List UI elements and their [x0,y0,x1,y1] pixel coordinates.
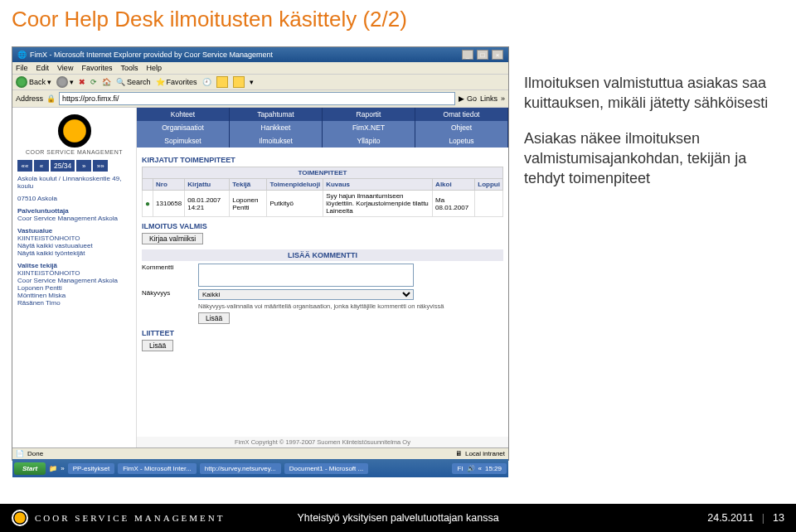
nav-fimxnet[interactable]: FimX.NET [323,121,415,134]
kirjaa-valmiiksi-button[interactable]: Kirjaa valmiiksi [142,233,203,244]
slide-footer: COOR SERVICE MANAGEMENT Yhteistyö yksity… [0,504,796,532]
link-show-areas[interactable]: Näytä kaikki vastuualueet [17,242,131,249]
close-button[interactable]: × [492,50,503,60]
area-value: KIINTEISTÖNHOITO [17,235,131,242]
nav-organisaatiot[interactable]: Organisaatiot [137,121,230,134]
footer-center: Yhteistyö yksityisen palvelutuottajan ka… [297,512,498,524]
select-worker-value: KIINTEISTÖNHOITO [17,269,131,277]
menu-file[interactable]: File [16,64,28,72]
back-button[interactable]: Back ▾ [16,76,51,88]
nav-raportit[interactable]: Raportit [323,108,415,121]
slide-title: Coor Help Desk ilmoitusten käsittely (2/… [0,0,796,44]
toolbar-more[interactable]: ▾ [250,78,254,86]
table-row[interactable]: ● 1310658 08.01.2007 14:21 Loponen Pentt… [143,191,503,217]
status-dot-icon: ● [145,199,150,208]
menu-tools[interactable]: Tools [120,64,138,72]
minimize-button[interactable]: _ [462,50,473,60]
coor-logo [58,114,91,148]
quicklaunch-icon[interactable]: 📁 [49,465,57,472]
nav-hankkeet[interactable]: Hankkeet [230,121,323,134]
nav-tapahtumat[interactable]: Tapahtumat [230,108,323,121]
annotation-2: Asiakas näkee ilmoituksen valmistumisaja… [524,128,773,189]
nakyvyys-select[interactable]: Kaikki [198,289,414,300]
worker-3[interactable]: Räsänen Timo [17,299,131,307]
nav-ohjeet[interactable]: Ohjeet [415,121,508,134]
nav-lopetus[interactable]: Lopetus [415,134,508,148]
annotation-1: Ilmoituksen valmistuttua asiakas saa kui… [524,73,773,114]
cell-loppui [475,191,503,217]
tray-lang[interactable]: FI [457,465,463,472]
screenshot-window: 🌐 FimX - Microsoft Internet Explorer pro… [12,46,509,461]
menu-edit[interactable]: Edit [36,64,50,72]
nav-omat[interactable]: Omat tiedot [415,108,508,121]
mail-icon[interactable] [216,76,228,88]
tray-icon[interactable]: 🔊 [467,465,475,472]
worker-0[interactable]: Coor Service Management Askola [17,277,131,284]
area-label: Vastuualue [17,227,131,235]
nav-kohteet[interactable]: Kohteet [137,108,230,121]
forward-icon [56,76,68,88]
footer-brand: COOR SERVICE MANAGEMENT [35,513,225,523]
favorites-button[interactable]: ⭐ Favorites [156,78,197,86]
home-button[interactable]: 🏠 [102,78,111,86]
nav-yllapito[interactable]: Ylläpito [323,134,415,148]
section-liitteet: LIITTEET [142,329,503,337]
pager-first[interactable]: «« [17,160,32,172]
footer-date: 24.5.2011 [707,512,754,524]
refresh-button[interactable]: ⟳ [90,78,97,86]
kommentti-label: Kommentti [142,264,192,271]
pager-prev[interactable]: « [34,160,49,172]
nav-ilmoitukset[interactable]: Ilmoitukset [230,134,323,148]
th-tpl: Toimenpideluoji [267,179,323,191]
app-main: Kohteet Tapahtumat Raportit Omat tiedot … [137,108,508,447]
worker-1[interactable]: Loponen Pentti [17,284,131,292]
search-button[interactable]: 🔍 Search [116,78,151,86]
lisaa-kommentti-button[interactable]: Lisää [198,312,230,324]
address-label: Address [16,94,43,103]
link-show-workers[interactable]: Näytä kaikki työntekijät [17,249,131,257]
nav-sopimukset[interactable]: Sopimukset [137,134,230,148]
menu-view[interactable]: View [57,64,73,72]
url-input[interactable] [59,92,455,105]
links-label[interactable]: Links [480,94,498,103]
kommentti-input[interactable] [198,264,414,287]
tray-time: 15:29 [485,465,502,472]
footer-separator: | [762,512,764,524]
quicklaunch-more[interactable]: » [61,465,64,472]
worker-2[interactable]: Mönttinen Miska [17,292,131,299]
menu-help[interactable]: Help [146,64,162,72]
task-0[interactable]: PP-esitykset [68,463,114,474]
forward-button[interactable]: ▾ [56,76,74,88]
stop-button[interactable]: ✖ [79,78,85,86]
sidebar-brand: COOR SERVICE MANAGEMENT [17,149,131,155]
lisaa-liite-button[interactable]: Lisää [142,340,173,351]
th-alkoi: Alkoi [433,179,475,191]
task-3[interactable]: Document1 - Microsoft ... [284,463,368,474]
done-icon: 📄 [16,450,24,457]
th-loppui: Loppui [475,179,503,191]
th-nro: Nro [153,179,185,191]
print-icon[interactable] [233,76,245,88]
tray-more[interactable]: « [478,465,482,472]
table-title: TOIMENPITEET [143,167,503,179]
ie-titlebar: 🌐 FimX - Microsoft Internet Explorer pro… [12,47,508,62]
go-button[interactable]: ▶ Go [459,94,477,103]
cell-kirjattu: 08.01.2007 14:21 [185,191,230,217]
task-1[interactable]: FimX - Microsoft Inter... [118,463,197,474]
start-button[interactable]: Start [14,462,46,475]
history-button[interactable]: 🕘 [202,78,211,86]
links-chevron[interactable]: » [501,94,505,103]
th-tekija: Tekijä [230,179,267,191]
cell-tpl: Putkityö [267,191,323,217]
pager-next[interactable]: » [76,160,91,172]
cell-alkoi: Ma 08.01.2007 [433,191,475,217]
task-2[interactable]: http://survey.netsurvey... [200,463,281,474]
footer-page: 13 [773,512,784,524]
responsible-value: Coor Service Management Askola [17,215,131,222]
toimenpiteet-table: TOIMENPITEET Nro Kirjattu Tekijä Toimenp… [142,167,503,217]
app-sidebar: COOR SERVICE MANAGEMENT «« « 25/34 » »» … [12,108,137,447]
maximize-button[interactable]: □ [477,50,488,60]
pager-last[interactable]: »» [93,160,108,172]
menu-favorites[interactable]: Favorites [81,64,112,72]
cell-tekija: Loponen Pentti [230,191,267,217]
